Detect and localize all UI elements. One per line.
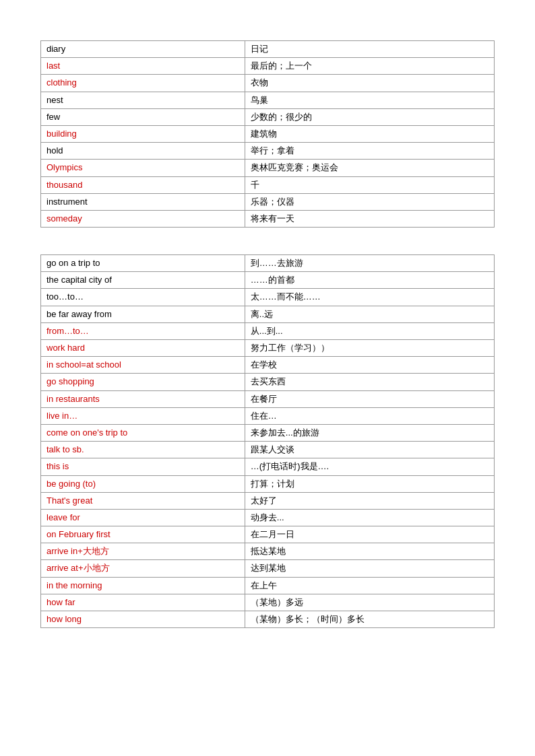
english-phrase: how long	[41, 611, 245, 628]
table-row: someday将来有一天	[41, 210, 495, 227]
chinese-translation: 乐器；仪器	[245, 193, 494, 210]
english-term: someday	[41, 210, 245, 227]
chinese-translation: 努力工作（学习））	[245, 340, 494, 357]
english-phrase: from…to…	[41, 322, 245, 339]
chinese-translation: 去买东西	[245, 374, 494, 390]
chinese-translation: 千	[245, 176, 494, 193]
english-phrase: how far	[41, 594, 245, 611]
table-row: too…to…太……而不能……	[41, 289, 495, 306]
chinese-translation: 举行；拿着	[245, 143, 494, 160]
table-row: how long（某物）多长；（时间）多长	[41, 611, 495, 628]
english-phrase: go shopping	[41, 374, 245, 390]
table-row: in the morning在上午	[41, 577, 495, 594]
english-phrase: leave for	[41, 509, 245, 526]
chinese-translation: 最后的；上一个	[245, 58, 494, 75]
english-phrase: arrive at+小地方	[41, 560, 245, 577]
table-row: last最后的；上一个	[41, 58, 495, 75]
chinese-translation: 离..远	[245, 306, 494, 322]
table-row: few少数的；很少的	[41, 108, 495, 125]
english-phrase: in school=at school	[41, 357, 245, 374]
table-row: go shopping去买东西	[41, 374, 495, 390]
table-row: That's great太好了	[41, 492, 495, 509]
table-row: building建筑物	[41, 125, 495, 142]
english-phrase: in the morning	[41, 577, 245, 594]
table-row: nest鸟巢	[41, 92, 495, 108]
chinese-translation: 从...到...	[245, 322, 494, 339]
table-row: from…to…从...到...	[41, 322, 495, 339]
english-term: clothing	[41, 75, 245, 92]
table-row: diary日记	[41, 41, 495, 58]
english-phrase: talk to sb.	[41, 442, 245, 458]
chinese-translation: 在学校	[245, 357, 494, 374]
table-row: this is…(打电话时)我是….	[41, 458, 495, 475]
chinese-translation: 太好了	[245, 492, 494, 509]
chinese-translation: 打算；计划	[245, 475, 494, 492]
table-row: instrument乐器；仪器	[41, 193, 495, 210]
chinese-translation: 太……而不能……	[245, 289, 494, 306]
chinese-translation: 住在…	[245, 407, 494, 424]
chinese-translation: （某地）多远	[245, 594, 494, 611]
chinese-translation: 在餐厅	[245, 390, 494, 407]
english-phrase: come on one's trip to	[41, 424, 245, 441]
table-row: on February first在二月一日	[41, 526, 495, 543]
english-phrase: on February first	[41, 526, 245, 543]
table-row: come on one's trip to来参加去...的旅游	[41, 424, 495, 441]
table-row: Olympics奥林匹克竞赛；奥运会	[41, 160, 495, 176]
english-term: thousand	[41, 176, 245, 193]
english-phrase: live in…	[41, 407, 245, 424]
chinese-translation: 建筑物	[245, 125, 494, 142]
chinese-translation: 来参加去...的旅游	[245, 424, 494, 441]
english-term: building	[41, 125, 245, 142]
chinese-translation: 在二月一日	[245, 526, 494, 543]
chinese-translation: …(打电话时)我是….	[245, 458, 494, 475]
chinese-translation: 少数的；很少的	[245, 108, 494, 125]
english-phrase: arrive in+大地方	[41, 543, 245, 560]
chinese-translation: 在上午	[245, 577, 494, 594]
chinese-translation: 抵达某地	[245, 543, 494, 560]
table-2: go on a trip to到……去旅游the capital city of…	[40, 254, 495, 628]
table-row: be far away from离..远	[41, 306, 495, 322]
table-1: diary日记last最后的；上一个clothing衣物nest鸟巢few少数的…	[40, 40, 495, 228]
english-term: last	[41, 58, 245, 75]
english-phrase: be going (to)	[41, 475, 245, 492]
english-term: Olympics	[41, 160, 245, 176]
chinese-translation: 跟某人交谈	[245, 442, 494, 458]
chinese-translation: 衣物	[245, 75, 494, 92]
table-row: go on a trip to到……去旅游	[41, 255, 495, 272]
table-row: arrive at+小地方达到某地	[41, 560, 495, 577]
english-term: hold	[41, 143, 245, 160]
chinese-translation: 奥林匹克竞赛；奥运会	[245, 160, 494, 176]
english-term: few	[41, 108, 245, 125]
table-row: clothing衣物	[41, 75, 495, 92]
table-row: work hard努力工作（学习））	[41, 340, 495, 357]
chinese-translation: 日记	[245, 41, 494, 58]
table-row: arrive in+大地方抵达某地	[41, 543, 495, 560]
table-row: talk to sb.跟某人交谈	[41, 442, 495, 458]
chinese-translation: 到……去旅游	[245, 255, 494, 272]
vocabulary-table-1: diary日记last最后的；上一个clothing衣物nest鸟巢few少数的…	[40, 40, 495, 228]
table-row: leave for动身去...	[41, 509, 495, 526]
english-phrase: the capital city of	[41, 272, 245, 289]
english-phrase: go on a trip to	[41, 255, 245, 272]
english-phrase: in restaurants	[41, 390, 245, 407]
english-term: diary	[41, 41, 245, 58]
chinese-translation: 鸟巢	[245, 92, 494, 108]
english-phrase: That's great	[41, 492, 245, 509]
vocabulary-table-2: go on a trip to到……去旅游the capital city of…	[40, 254, 495, 628]
chinese-translation: 达到某地	[245, 560, 494, 577]
table-row: live in…住在…	[41, 407, 495, 424]
english-phrase: be far away from	[41, 306, 245, 322]
table-row: hold举行；拿着	[41, 143, 495, 160]
table-row: thousand千	[41, 176, 495, 193]
chinese-translation: （某物）多长；（时间）多长	[245, 611, 494, 628]
table-row: the capital city of……的首都	[41, 272, 495, 289]
english-phrase: work hard	[41, 340, 245, 357]
english-term: instrument	[41, 193, 245, 210]
english-phrase: this is	[41, 458, 245, 475]
chinese-translation: 将来有一天	[245, 210, 494, 227]
table-row: be going (to)打算；计划	[41, 475, 495, 492]
english-term: nest	[41, 92, 245, 108]
table-row: in restaurants在餐厅	[41, 390, 495, 407]
table-row: in school=at school在学校	[41, 357, 495, 374]
english-phrase: too…to…	[41, 289, 245, 306]
